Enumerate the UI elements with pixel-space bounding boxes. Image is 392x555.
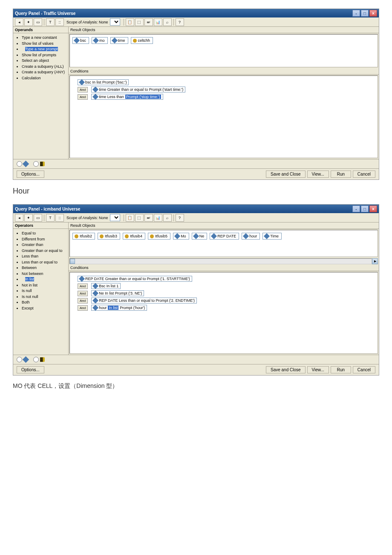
save-close-button[interactable]: Save and Close xyxy=(266,171,306,178)
toolbar-btn[interactable]: ◂ xyxy=(15,18,23,26)
list-item[interactable]: Not between xyxy=(22,271,67,277)
list-item[interactable]: Show list of prompts xyxy=(22,52,67,58)
help-button[interactable]: ? xyxy=(176,18,184,26)
cancel-button[interactable]: Cancel xyxy=(353,366,375,373)
minimize-button[interactable]: - xyxy=(352,10,360,17)
toolbar-btn[interactable]: 📋 xyxy=(126,18,134,26)
list-item[interactable]: Create a subquery (ANY) xyxy=(22,69,67,75)
list-item[interactable]: Different from xyxy=(22,237,67,243)
list-item[interactable]: Greater than or equal to xyxy=(22,248,67,254)
list-item[interactable]: Not in list xyxy=(22,283,67,289)
toolbar-btn[interactable]: :: xyxy=(55,214,64,222)
minimize-button[interactable]: - xyxy=(352,205,360,212)
scope-select[interactable] xyxy=(110,18,120,26)
list-item[interactable]: Less than xyxy=(22,254,67,260)
result-object-chip[interactable]: REP DATE xyxy=(210,233,239,240)
scroll-right-button[interactable]: ▶ xyxy=(372,258,378,264)
radio-dimension[interactable] xyxy=(17,357,28,362)
toolbar-btn[interactable]: ⌕ xyxy=(163,214,172,222)
toolbar-btn[interactable]: ⌕ xyxy=(163,18,172,26)
toolbar-btn[interactable]: 📊 xyxy=(154,214,162,222)
run-button[interactable]: Run xyxy=(331,171,351,178)
result-object-chip[interactable]: Itfusib4 xyxy=(123,233,145,240)
toolbar-btn[interactable]: ▭ xyxy=(34,18,42,26)
list-item[interactable]: Equal to xyxy=(22,231,67,237)
condition-line[interactable]: Andhour In list Prompt ('hour') xyxy=(78,305,374,311)
operands-header: Operands xyxy=(13,27,68,33)
toolbar-btn[interactable]: 📊 xyxy=(154,18,162,26)
toolbar-btn[interactable]: ✦ xyxy=(24,214,33,222)
result-object-chip[interactable]: Ne xyxy=(192,233,208,240)
list-item[interactable]: Both xyxy=(22,300,67,306)
view-button[interactable]: View... xyxy=(307,171,329,178)
list-item[interactable]: Type a new constant xyxy=(22,35,67,41)
result-object-chip[interactable]: Time xyxy=(262,233,282,240)
condition-line[interactable]: AndREP DATE Less than or equal to Prompt… xyxy=(78,298,374,304)
and-operator[interactable]: And xyxy=(78,291,88,296)
list-item[interactable]: In list xyxy=(22,277,67,283)
toolbar-btn[interactable]: ▭ xyxy=(34,214,42,222)
list-item[interactable]: Select an object xyxy=(22,58,67,64)
result-object-chip[interactable]: time xyxy=(110,37,128,44)
result-object-chip[interactable]: Itfusib3 xyxy=(98,233,120,240)
result-scrollbar[interactable]: ▶ xyxy=(69,258,379,265)
toolbar-btn[interactable]: 📋 xyxy=(126,214,134,222)
list-item[interactable]: Between xyxy=(22,265,67,271)
conditions-area[interactable]: bsc In list Prompt ('bsc:')Andtime Great… xyxy=(69,75,378,158)
result-object-chip[interactable]: mo xyxy=(92,37,108,44)
and-operator[interactable]: And xyxy=(78,87,88,92)
toolbar-btn[interactable]: :: xyxy=(55,18,64,26)
and-operator[interactable]: And xyxy=(78,305,88,311)
and-operator[interactable]: And xyxy=(78,298,88,304)
toolbar-btn[interactable]: ≕ xyxy=(144,214,153,222)
result-objects[interactable]: bscmotimeceltchh xyxy=(69,34,378,67)
run-button[interactable]: Run xyxy=(331,366,351,373)
options-button[interactable]: Options... xyxy=(17,366,44,373)
maximize-button[interactable]: □ xyxy=(361,205,369,212)
and-operator[interactable]: And xyxy=(78,94,88,100)
list-item[interactable]: Calculation xyxy=(22,75,67,81)
and-operator[interactable]: And xyxy=(78,283,88,289)
list-item[interactable]: Greater than xyxy=(22,242,67,248)
list-item[interactable]: Type a new prompt xyxy=(22,46,67,52)
list-item[interactable]: Is null xyxy=(22,288,67,294)
result-object-chip[interactable]: hour xyxy=(242,233,260,240)
toolbar-btn[interactable]: ⬚ xyxy=(135,214,144,222)
toolbar-btn[interactable]: ⬚ xyxy=(135,18,144,26)
toolbar-btn[interactable]: T xyxy=(46,214,55,222)
view-button[interactable]: View... xyxy=(307,366,329,373)
radio-measure[interactable]: ▓ xyxy=(33,161,45,167)
result-objects[interactable]: Itfusib2Itfusib3Itfusib4Itfusib5MoNeREP … xyxy=(69,230,378,257)
condition-line[interactable]: AndNe In list Prompt ('3. NE') xyxy=(78,290,374,296)
conditions-area[interactable]: REP DATE Greater than or equal to Prompt… xyxy=(69,272,378,354)
scope-select[interactable] xyxy=(110,214,120,221)
close-button[interactable]: × xyxy=(369,205,377,212)
list-item[interactable]: Create a subquery (ALL) xyxy=(22,64,67,70)
toolbar-btn[interactable]: ◂ xyxy=(15,214,23,222)
result-object-chip[interactable]: celtchh xyxy=(131,37,153,44)
radio-measure[interactable]: ▓ xyxy=(33,357,45,362)
toolbar-btn[interactable]: ✦ xyxy=(24,18,33,26)
condition-line[interactable]: Andtime Less than Prompt ('stop time:') xyxy=(78,94,374,100)
close-button[interactable]: × xyxy=(369,10,377,17)
radio-dimension[interactable] xyxy=(17,161,28,167)
help-button[interactable]: ? xyxy=(176,214,184,222)
toolbar-btn[interactable]: ≕ xyxy=(144,18,153,26)
list-item[interactable]: Except xyxy=(22,306,67,312)
condition-line[interactable]: Andtime Greater than or equal to Prompt … xyxy=(78,87,374,92)
condition-line[interactable]: bsc In list Prompt ('bsc:') xyxy=(78,79,374,85)
list-item[interactable]: Is not null xyxy=(22,294,67,300)
result-object-chip[interactable]: Itfusib5 xyxy=(148,233,170,240)
toolbar-btn[interactable]: T xyxy=(46,18,55,26)
result-object-chip[interactable]: bsc xyxy=(72,37,89,44)
condition-line[interactable]: AndBsc In list 1 xyxy=(78,283,374,289)
cancel-button[interactable]: Cancel xyxy=(353,171,375,178)
options-button[interactable]: Options... xyxy=(17,171,44,178)
result-object-chip[interactable]: Itfusib2 xyxy=(72,233,95,240)
save-close-button[interactable]: Save and Close xyxy=(266,366,306,373)
condition-line[interactable]: REP DATE Greater than or equal to Prompt… xyxy=(78,276,374,282)
result-object-chip[interactable]: Mo xyxy=(173,233,189,240)
list-item[interactable]: Show list of values xyxy=(22,41,67,47)
maximize-button[interactable]: □ xyxy=(361,10,369,17)
list-item[interactable]: Less than or equal to xyxy=(22,260,67,266)
